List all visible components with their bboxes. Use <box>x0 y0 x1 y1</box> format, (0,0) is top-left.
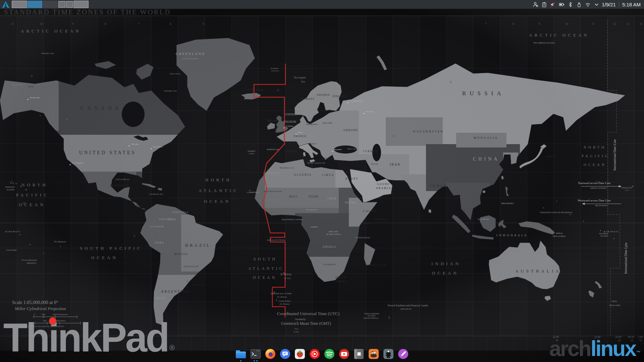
svg-text:New York: New York <box>153 145 163 148</box>
youtube-icon <box>338 348 350 360</box>
dock-notes[interactable] <box>353 348 365 361</box>
svg-text:Gulf of Mexico: Gulf of Mexico <box>115 178 129 181</box>
svg-text:ARGENTINA: ARGENTINA <box>161 290 190 293</box>
svg-text:TURKEY: TURKEY <box>363 150 378 153</box>
chevron-down-icon[interactable] <box>593 1 600 8</box>
svg-text:Westward across Date Line: Westward across Date Line <box>578 199 611 202</box>
svg-text:ARABIA: ARABIA <box>376 186 391 190</box>
svg-text:8: 8 <box>105 22 106 25</box>
dock-drawing-tool[interactable] <box>397 348 409 361</box>
svg-text:IRELAND: IRELAND <box>267 119 279 122</box>
svg-text:(St. Helena): (St. Helena) <box>280 303 289 305</box>
svg-text:NORTH: NORTH <box>584 145 606 149</box>
svg-text:St. Petersburg: St. Petersburg <box>350 100 363 102</box>
svg-text:BRAZIL: BRAZIL <box>185 243 211 248</box>
svg-text:SWEDEN: SWEDEN <box>317 94 330 97</box>
svg-text:IRAN: IRAN <box>390 163 400 166</box>
svg-text:ECUADOR: ECUADOR <box>150 225 164 228</box>
svg-text:8: 8 <box>393 134 394 138</box>
svg-text:MOROCCO: MOROCCO <box>280 167 294 169</box>
svg-text:French Southern and Antarctic: French Southern and Antarctic Lands <box>388 304 428 307</box>
archlinux-logo-arch: arch <box>549 337 590 361</box>
workspace-3-empty[interactable] <box>43 1 58 8</box>
svg-text:JAPAN: JAPAN <box>545 155 555 158</box>
dock-gimp[interactable] <box>368 348 380 361</box>
svg-text:formerly: formerly <box>295 317 306 321</box>
svg-text:OCEAN: OCEAN <box>204 199 231 204</box>
dock-spotify[interactable] <box>323 348 335 361</box>
dock-file-manager[interactable] <box>235 348 247 361</box>
wifi-icon[interactable] <box>585 1 591 8</box>
thinkpad-logo-i: i <box>48 315 58 360</box>
workspace-1-occupied[interactable] <box>12 1 27 8</box>
user-icon[interactable] <box>532 1 539 8</box>
thinkpad-logo-text-1: Th <box>3 315 48 360</box>
svg-text:INDONESIA: INDONESIA <box>496 234 528 237</box>
svg-text:OCEAN: OCEAN <box>253 275 277 280</box>
svg-text:CANARY ISLANDS: CANARY ISLANDS <box>264 172 279 174</box>
svg-text:Sun: Sun <box>294 327 298 330</box>
svg-text:(PORT.): (PORT.) <box>249 153 255 155</box>
svg-text:COLOMBIA: COLOMBIA <box>159 218 176 221</box>
svg-text:KINGDOM: KINGDOM <box>283 120 296 123</box>
top-panel: 1/9/21 5:18 AM <box>0 0 644 9</box>
usb-icon[interactable] <box>576 1 582 8</box>
svg-text:Eastward across Date Line: Eastward across Date Line <box>578 181 610 185</box>
wallpaper-world-map: STANDARD TIME ZONES OF THE WORLD11109876… <box>0 0 644 362</box>
svg-text:Los Angeles: Los Angeles <box>72 162 84 164</box>
running-indicator <box>240 360 241 361</box>
workspace-2-active[interactable] <box>27 1 42 8</box>
dock-inkscape[interactable] <box>382 348 394 361</box>
volume-muted-icon[interactable] <box>550 1 556 8</box>
svg-text:SOMALIA: SOMALIA <box>374 218 387 221</box>
svg-text:STANDARD TIME ZONES OF THE WOR: STANDARD TIME ZONES OF THE WORLD <box>4 8 171 16</box>
window-thumb <box>66 1 73 8</box>
svg-text:MONGOLIA: MONGOLIA <box>474 136 498 139</box>
svg-text:11: 11 <box>591 22 594 25</box>
strawberry-icon <box>294 348 306 360</box>
workspace-5-occupied[interactable] <box>73 1 89 8</box>
svg-text:CHAD: CHAD <box>327 197 336 200</box>
svg-text:12: 12 <box>596 180 599 184</box>
dock-youtube[interactable] <box>338 348 350 361</box>
dock-messenger[interactable] <box>279 348 291 361</box>
workspace-4-windows[interactable] <box>58 1 73 8</box>
svg-text:London: London <box>286 125 293 127</box>
svg-text:SOLOMON: SOLOMON <box>599 233 608 235</box>
svg-text:PHILIPPINES: PHILIPPINES <box>501 202 514 204</box>
svg-text:NAMIBIA: NAMIBIA <box>323 263 336 266</box>
svg-text:(SOUTH AFRICA): (SOUTH AFRICA) <box>364 317 378 319</box>
svg-text:Sea: Sea <box>299 112 302 115</box>
inkscape-icon <box>382 348 394 360</box>
svg-text:ATLANTIC: ATLANTIC <box>199 188 239 193</box>
battery-icon[interactable] <box>558 1 565 8</box>
dock-strawberry-music-player[interactable] <box>294 348 306 361</box>
svg-text:AFRICA: AFRICA <box>335 280 347 283</box>
svg-text:INDIAN: INDIAN <box>431 261 461 266</box>
dock-terminal[interactable] <box>250 348 262 361</box>
clipboard-icon[interactable] <box>541 1 547 8</box>
window-thumb <box>58 1 65 8</box>
svg-text:Scale 1:85,000,000 at 0°: Scale 1:85,000,000 at 0° <box>12 300 58 305</box>
svg-text:NEW SIBERIAN ISLANDS: NEW SIBERIAN ISLANDS <box>533 42 555 44</box>
svg-text:SOUTH: SOUTH <box>335 276 346 279</box>
app-launcher-button[interactable] <box>1 1 10 8</box>
bluetooth-icon[interactable] <box>567 1 574 8</box>
svg-text:ISLANDS: ISLANDS <box>368 315 375 317</box>
svg-text:NORTH: NORTH <box>21 182 48 187</box>
pencil-icon <box>397 348 409 360</box>
dock-firefox[interactable] <box>264 348 276 361</box>
svg-text:5: 5 <box>203 22 204 25</box>
svg-text:International Date Line: International Date Line <box>613 139 616 171</box>
trademark-mark: ™ <box>636 350 641 355</box>
svg-text:OCEAN: OCEAN <box>91 255 118 260</box>
svg-text:HAWAIIAN: HAWAIIAN <box>5 186 15 188</box>
dock-youtube-music[interactable] <box>309 348 321 361</box>
svg-text:OCEAN: OCEAN <box>432 270 459 276</box>
svg-text:ANGOLA: ANGOLA <box>323 245 336 248</box>
clock-date: 1/9/21 <box>602 2 616 7</box>
folder-icon <box>235 348 247 360</box>
svg-text:ETHIOPIA: ETHIOPIA <box>363 210 376 213</box>
digital-clock[interactable]: 1/9/21 5:18 AM <box>600 0 644 9</box>
svg-text:Caribbean Sea: Caribbean Sea <box>149 193 163 195</box>
